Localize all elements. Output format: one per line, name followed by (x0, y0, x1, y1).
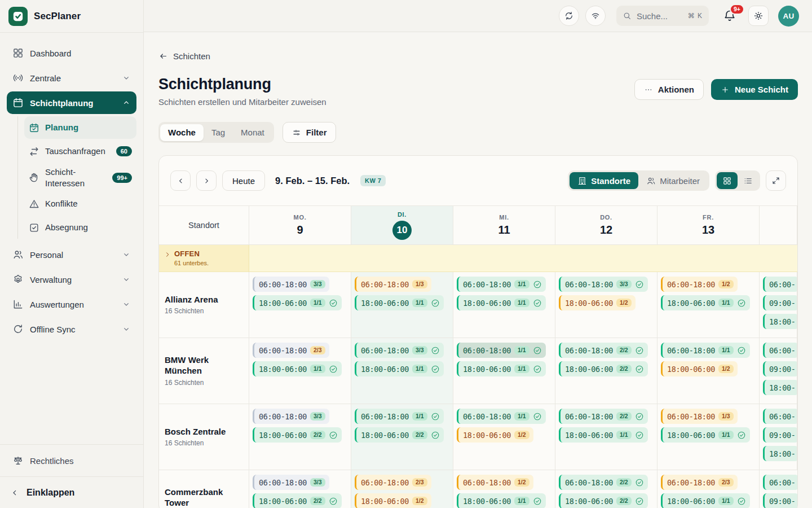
sidebar-item-dashboard[interactable]: Dashboard (7, 42, 136, 64)
sidebar-item-zentrale[interactable]: Zentrale (7, 67, 136, 89)
shift-chip[interactable]: 18:00-06:002/2 (253, 427, 342, 443)
sidebar-collapse-button[interactable]: Einklappen (0, 476, 143, 508)
next-week-button[interactable] (196, 170, 217, 191)
shift-chip[interactable]: 18:00-06:001/2 (355, 493, 431, 508)
shift-chip[interactable]: 18:00-06:002/2 (253, 493, 342, 508)
shift-chip[interactable]: 06:00-18:001/3 (355, 277, 431, 292)
new-shift-button[interactable]: Neue Schicht (711, 79, 798, 100)
shift-chip[interactable]: 18:00- (763, 380, 797, 395)
day-cell[interactable]: 06:00-18:002/318:00-06:001/1 (657, 470, 760, 508)
shift-chip[interactable]: 18:00-06:001/1 (355, 295, 444, 310)
day-cell[interactable]: 06:00-18:001/318:00-06:001/1 (657, 404, 760, 470)
sidebar-item-planung[interactable]: Planung (24, 116, 136, 139)
day-cell[interactable]: 06:00-18:003/318:00-06:002/2 (249, 470, 351, 508)
day-cell[interactable]: 06:00-18:003/318:00-06:002/2 (249, 404, 351, 470)
shift-chip[interactable]: 06:00-18:001/1 (457, 409, 546, 424)
shift-chip[interactable]: 18:00-06:001/1 (661, 493, 750, 508)
day-cell[interactable]: 06:00-18:001/218:00-06:001/1 (453, 470, 555, 508)
sidebar-item-schichtplanung[interactable]: Schichtplanung (7, 91, 136, 114)
sidebar-item-schicht-interessen[interactable]: Schicht-Interessen99+ (24, 164, 136, 191)
shift-chip[interactable]: 06:00-18:003/3 (253, 475, 329, 490)
tab-tag[interactable]: Tag (204, 124, 233, 141)
shift-chip[interactable]: 18:00-06:002/2 (355, 427, 444, 443)
shift-chip[interactable]: 06:00-18:001/1 (661, 343, 750, 358)
day-header-mo[interactable]: MO.9 (249, 206, 351, 245)
shift-chip[interactable]: 06:00-18:001/2 (661, 277, 738, 292)
today-button[interactable]: Heute (222, 170, 265, 191)
day-cell[interactable]: 06:00-18:001/118:00-06:001/1 (453, 272, 555, 338)
shift-chip[interactable]: 06:00-18:001/1 (457, 343, 546, 358)
shift-chip[interactable]: 18:00-06:001/1 (661, 427, 750, 443)
filter-button[interactable]: Filter (283, 122, 337, 143)
tab-monat[interactable]: Monat (233, 124, 272, 141)
sidebar-item-konflikte[interactable]: Konflikte (24, 192, 136, 215)
shift-chip[interactable]: 06:00-18:002/3 (253, 343, 329, 358)
day-cell[interactable]: 06:00-18:001/118:00-06:002/2 (351, 404, 453, 470)
day-header-di[interactable]: DI.10 (351, 206, 453, 245)
shift-chip[interactable]: 06:00-18:003/3 (355, 343, 444, 358)
fullscreen-button[interactable] (766, 170, 786, 191)
sidebar-item-tauschanfragen[interactable]: Tauschanfragen60 (24, 140, 136, 163)
shift-chip[interactable]: 18:00-06:001/1 (457, 493, 546, 508)
shift-chip[interactable]: 06:00-18:001/2 (457, 475, 533, 490)
shift-chip[interactable]: 06:00- (763, 475, 797, 490)
day-cell[interactable]: 06:00-09:00- (760, 470, 797, 508)
shift-chip[interactable]: 06:00-18:003/3 (559, 277, 648, 292)
shift-chip[interactable]: 18:00-06:001/1 (253, 295, 342, 310)
day-header-do[interactable]: DO.12 (555, 206, 657, 245)
shift-chip[interactable]: 06:00-18:001/1 (355, 409, 444, 424)
notifications-button[interactable]: 9+ (723, 9, 736, 23)
sidebar-item-personal[interactable]: Personal (7, 243, 136, 266)
shift-chip[interactable]: 18:00-06:002/2 (559, 361, 648, 376)
sidebar-item-auswertungen[interactable]: Auswertungen (7, 293, 136, 316)
shift-chip[interactable]: 18:00-06:001/1 (661, 295, 750, 310)
shift-chip[interactable]: 06:00-18:003/3 (253, 409, 329, 424)
grid-view-button[interactable] (717, 172, 738, 189)
sidebar-item-rechtliches[interactable]: Rechtliches (7, 449, 136, 472)
shift-chip[interactable]: 06:00- (763, 409, 797, 424)
prev-week-button[interactable] (170, 170, 191, 191)
list-view-button[interactable] (738, 172, 758, 189)
shift-chip[interactable]: 18:00-06:002/2 (559, 493, 648, 508)
day-cell[interactable]: 06:00-09:00-18:00- (760, 272, 797, 338)
shift-chip[interactable]: 06:00-18:002/2 (559, 343, 648, 358)
day-cell[interactable]: 06:00-18:001/118:00-06:001/1 (453, 338, 555, 404)
tab-woche[interactable]: Woche (160, 124, 204, 141)
shift-chip[interactable]: 06:00- (763, 277, 797, 292)
sidebar-item-absegnung[interactable]: Absegnung (24, 216, 136, 239)
sidebar-item-offline-sync[interactable]: Offline Sync (7, 318, 136, 340)
day-header-fr[interactable]: FR.13 (657, 206, 760, 245)
shift-chip[interactable]: 09:00- (763, 295, 797, 310)
day-cell[interactable]: 06:00-18:003/318:00-06:001/1 (249, 272, 351, 338)
shift-chip[interactable]: 18:00- (763, 314, 797, 329)
actions-button[interactable]: Aktionen (634, 79, 704, 100)
day-cell[interactable]: 06:00-18:002/318:00-06:001/1 (249, 338, 351, 404)
shift-chip[interactable]: 18:00-06:001/1 (457, 295, 546, 310)
shift-chip[interactable]: 18:00-06:001/1 (559, 427, 648, 443)
shift-chip[interactable]: 18:00-06:001/1 (253, 361, 342, 376)
shift-chip[interactable]: 06:00-18:002/2 (559, 475, 648, 490)
day-cell[interactable]: 06:00-18:003/318:00-06:001/1 (351, 338, 453, 404)
day-cell[interactable]: 06:00-18:001/118:00-06:001/2 (453, 404, 555, 470)
shift-chip[interactable]: 06:00-18:002/2 (559, 409, 648, 424)
user-avatar[interactable]: AU (778, 6, 799, 27)
day-cell[interactable]: 06:00-18:002/218:00-06:002/2 (555, 338, 657, 404)
sidebar-item-verwaltung[interactable]: Verwaltung (7, 268, 136, 291)
day-cell[interactable]: 06:00-18:002/218:00-06:002/2 (555, 470, 657, 508)
shift-chip[interactable]: 09:00- (763, 427, 797, 443)
shift-chip[interactable]: 18:00-06:001/1 (355, 361, 444, 376)
shift-chip[interactable]: 06:00-18:001/1 (457, 277, 546, 292)
connectivity-button[interactable] (585, 6, 606, 26)
mode-standorte[interactable]: Standorte (570, 172, 638, 189)
day-cell[interactable]: 06:00-18:001/218:00-06:001/1 (657, 272, 760, 338)
search-input[interactable]: Suche... ⌘ K (616, 6, 709, 26)
day-cell[interactable]: 06:00-18:002/318:00-06:001/2 (351, 470, 453, 508)
shift-chip[interactable]: 18:00-06:001/2 (559, 295, 636, 310)
shift-chip[interactable]: 18:00-06:001/1 (457, 361, 546, 376)
theme-toggle-button[interactable] (748, 6, 769, 26)
day-cell[interactable]: 06:00-09:00-18:00- (760, 338, 797, 404)
day-header-mi[interactable]: MI.11 (453, 206, 555, 245)
shift-chip[interactable]: 09:00- (763, 493, 797, 508)
day-cell[interactable]: 06:00-18:001/118:00-06:001/2 (657, 338, 760, 404)
shift-chip[interactable]: 06:00-18:002/3 (661, 475, 738, 490)
